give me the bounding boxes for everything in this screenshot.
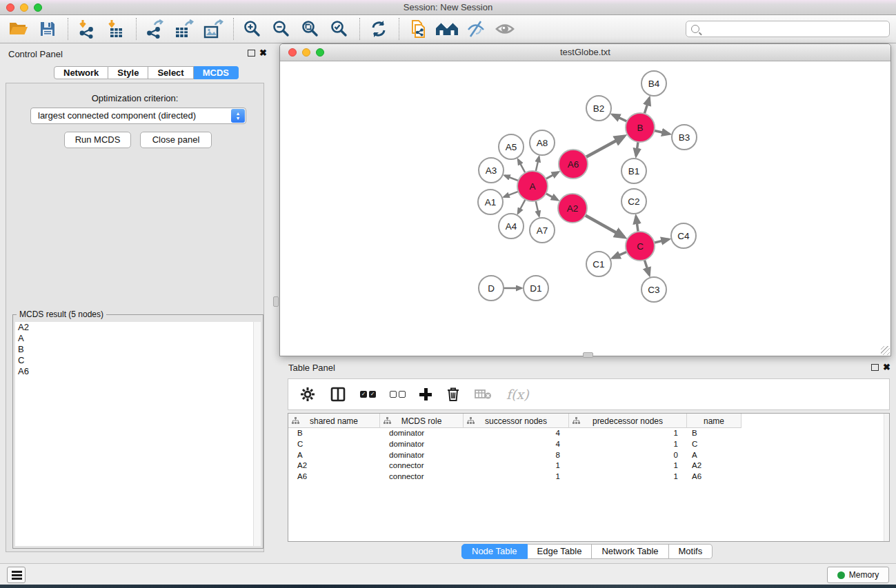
table-row[interactable]: Adominator80A [288, 450, 889, 461]
hide-labels-icon[interactable] [464, 17, 488, 41]
mcds-result-item[interactable]: A [15, 333, 261, 344]
search-input[interactable] [686, 21, 890, 37]
select-all-checkbox-icon[interactable]: ✓✓ [360, 384, 376, 405]
delete-table-icon[interactable] [475, 384, 492, 405]
float-table-panel-icon[interactable] [871, 364, 879, 371]
function-builder-icon[interactable]: f(x) [506, 384, 529, 405]
table-cell[interactable]: 0 [569, 450, 687, 461]
tab-network[interactable]: Network [54, 66, 108, 79]
table-cell[interactable]: connector [380, 460, 464, 472]
clone-network-icon[interactable] [406, 17, 430, 41]
table-cell[interactable]: dominator [380, 450, 464, 461]
table-cell[interactable]: A2 [687, 460, 741, 472]
horizontal-splitter-handle[interactable] [583, 352, 593, 358]
table-cell[interactable]: 8 [464, 450, 569, 461]
table-cell[interactable]: C [687, 439, 741, 450]
close-window-icon[interactable] [6, 3, 14, 12]
add-column-icon[interactable] [419, 384, 432, 405]
mcds-result-item[interactable]: A6 [15, 366, 261, 377]
table-cell[interactable]: A6 [687, 472, 741, 483]
traffic-lights [6, 3, 42, 12]
table-row[interactable]: A6connector11A6 [288, 472, 889, 483]
home-icon[interactable] [435, 17, 459, 41]
table-cell[interactable]: 1 [569, 428, 687, 439]
table-row[interactable]: Cdominator41C [288, 439, 889, 450]
table-cell[interactable]: A [288, 450, 380, 461]
open-file-icon[interactable] [7, 17, 30, 41]
network-traffic-lights [288, 48, 324, 57]
list-icon [12, 574, 22, 576]
settings-gear-icon[interactable] [299, 384, 316, 405]
table-cell[interactable]: B [687, 428, 741, 439]
import-table-icon[interactable] [104, 17, 128, 41]
tab-network-table[interactable]: Network Table [592, 544, 668, 559]
run-mcds-button[interactable]: Run MCDS [64, 132, 131, 148]
tab-select[interactable]: Select [148, 66, 193, 79]
column-header-name[interactable]: name [687, 414, 741, 428]
criterion-dropdown[interactable]: largest connected component (directed) ▲… [30, 108, 246, 124]
maximize-network-icon[interactable] [316, 48, 324, 57]
tab-node-table[interactable]: Node Table [461, 544, 528, 559]
show-graphics-icon[interactable] [493, 17, 517, 41]
table-cell[interactable]: 1 [569, 472, 687, 483]
table-cell[interactable]: B [288, 428, 380, 439]
maximize-window-icon[interactable] [34, 3, 42, 12]
network-graph[interactable]: AA1A2A3A4A5A6A7A8BB1B2B3B4CC1C2C3C4DD1 [280, 61, 890, 356]
column-layout-icon[interactable] [330, 384, 346, 405]
vertical-splitter-handle[interactable] [273, 296, 279, 307]
table-cell[interactable]: 4 [464, 428, 569, 439]
table-cell[interactable]: dominator [380, 439, 464, 450]
export-network-icon[interactable] [143, 17, 167, 41]
minimize-window-icon[interactable] [20, 3, 28, 12]
tab-edge-table[interactable]: Edge Table [528, 544, 593, 559]
zoom-in-icon[interactable] [241, 17, 264, 41]
tab-mcds[interactable]: MCDS [194, 66, 239, 79]
column-header-successor-nodes[interactable]: successor nodes [464, 414, 569, 428]
table-cell[interactable]: 1 [464, 460, 569, 472]
result-list-scrollbar[interactable] [253, 322, 261, 546]
table-cell[interactable]: 1 [569, 460, 687, 472]
delete-column-icon[interactable] [446, 384, 461, 405]
close-table-panel-icon[interactable]: ✖ [883, 362, 890, 372]
refresh-icon[interactable] [367, 17, 390, 41]
table-row[interactable]: Bdominator41B [288, 428, 889, 439]
deselect-all-checkbox-icon[interactable] [390, 384, 406, 405]
zoom-selected-icon[interactable] [328, 17, 351, 41]
column-header-shared-name[interactable]: shared name [288, 414, 380, 428]
zoom-out-icon[interactable] [270, 17, 293, 41]
table-cell[interactable]: C [288, 439, 380, 450]
mcds-result-item[interactable]: A2 [15, 322, 261, 333]
export-table-icon[interactable] [172, 17, 196, 41]
tab-style[interactable]: Style [108, 66, 148, 79]
network-canvas[interactable]: AA1A2A3A4A5A6A7A8BB1B2B3B4CC1C2C3C4DD1 [280, 61, 890, 356]
node-label-A3: A3 [486, 165, 497, 176]
table-cell[interactable]: A6 [288, 472, 380, 483]
close-network-icon[interactable] [288, 48, 297, 57]
close-panel-button[interactable]: Close panel [140, 132, 212, 148]
network-window-titlebar[interactable]: testGlobe.txt [280, 44, 890, 61]
export-image-icon[interactable] [201, 17, 225, 41]
float-panel-icon[interactable] [248, 50, 255, 57]
table-cell[interactable]: 4 [464, 439, 569, 450]
memory-button[interactable]: Memory [827, 567, 889, 583]
save-session-icon[interactable] [36, 17, 59, 41]
table-cell[interactable]: 1 [464, 472, 569, 483]
close-panel-icon[interactable]: ✖ [259, 48, 267, 58]
table-scrollbar[interactable] [884, 414, 889, 541]
table-cell[interactable]: 1 [569, 439, 687, 450]
tab-motifs[interactable]: Motifs [669, 544, 713, 559]
column-header-predecessor-nodes[interactable]: predecessor nodes [569, 414, 687, 428]
table-cell[interactable]: A2 [288, 460, 380, 472]
import-network-icon[interactable] [75, 17, 99, 41]
minimize-network-icon[interactable] [302, 48, 310, 57]
table-cell[interactable]: A [687, 450, 741, 461]
task-history-button[interactable] [7, 567, 26, 583]
mcds-result-item[interactable]: B [15, 344, 261, 355]
column-header-MCDS-role[interactable]: MCDS role [380, 414, 464, 428]
table-cell[interactable]: dominator [380, 428, 464, 439]
zoom-fit-icon[interactable] [299, 17, 322, 41]
table-row[interactable]: A2connector11A2 [288, 460, 889, 472]
resize-grip-icon[interactable] [881, 346, 890, 355]
table-cell[interactable]: connector [380, 472, 464, 483]
mcds-result-item[interactable]: C [15, 355, 261, 366]
